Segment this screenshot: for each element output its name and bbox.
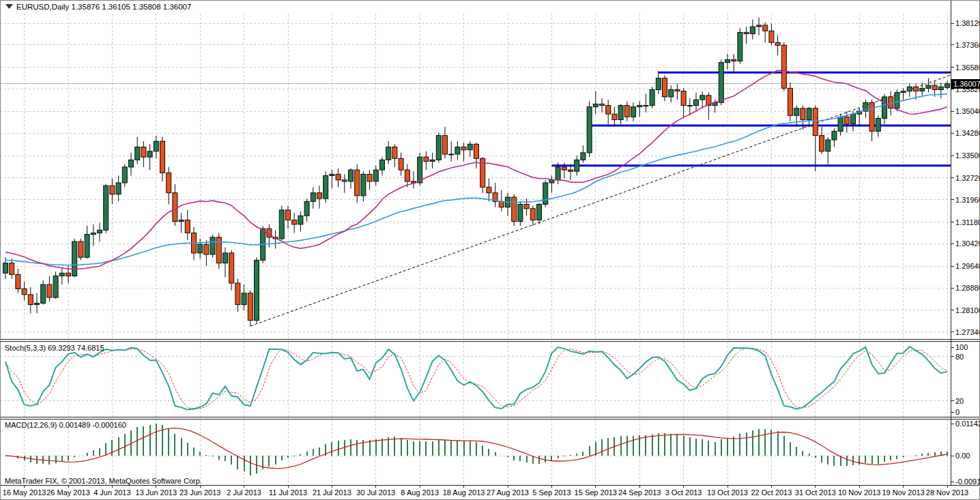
stochastic-panel[interactable] (1, 342, 951, 417)
current-price-value: 1.36007 (953, 80, 980, 88)
macd-label: MACD(12,26,9) 0.001489 -0.000160 (5, 421, 126, 429)
time-axis[interactable] (1, 486, 979, 499)
mt4-chart-window: 1.381201.373601.365801.358201.350401.342… (0, 0, 980, 500)
copyright-label: MetaTrader FIX, © 2001-2013, MetaQuotes … (5, 477, 202, 485)
chart-title: EURUSD,Daily 1.35876 1.36105 1.35808 1.3… (16, 3, 191, 11)
main-chart-panel[interactable] (1, 14, 951, 339)
current-price-tag: 1.36007 (951, 79, 980, 89)
macd-panel[interactable] (1, 420, 951, 484)
price-axis[interactable] (951, 1, 979, 485)
stochastic-label: Stoch(5,3,3) 69.3293 74.6815 (5, 344, 104, 352)
chart-canvas: 1.381201.373601.365801.358201.350401.342… (0, 0, 980, 500)
